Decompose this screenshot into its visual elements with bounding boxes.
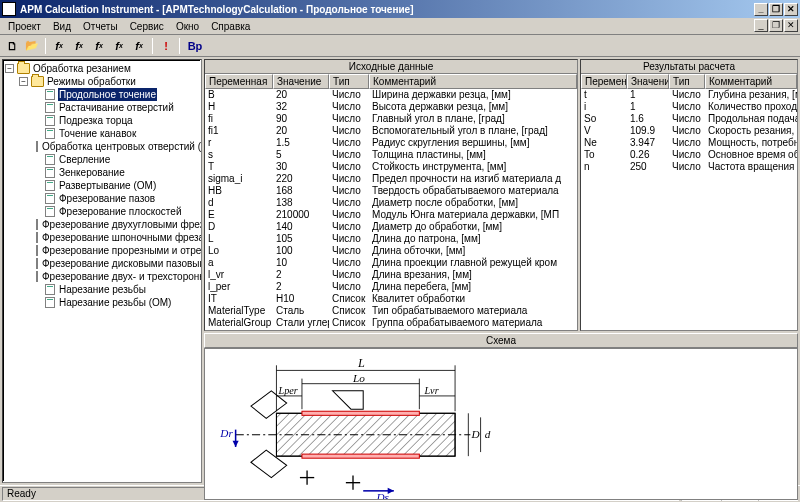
scheme-panel: Схема (204, 333, 798, 500)
input-row[interactable]: l_per2ЧислоДлина перебега, [мм] (205, 281, 577, 293)
input-row[interactable]: L105ЧислоДлина до патрона, [мм] (205, 233, 577, 245)
col-comment[interactable]: Комментарий (369, 74, 577, 89)
tree-item[interactable]: Фрезерование двух- и трехсторонними фрез… (5, 270, 199, 283)
tree-item[interactable]: Подрезка торца (5, 114, 199, 127)
tool-fx2[interactable]: fx (70, 37, 88, 55)
col-variable[interactable]: Переменная (205, 74, 273, 89)
tree-item[interactable]: Фрезерование прорезными и отрезными фрез… (5, 244, 199, 257)
scheme-title: Схема (204, 333, 798, 348)
tree-item[interactable]: Фрезерование плоскостей (5, 205, 199, 218)
tool-warning[interactable]: ! (157, 37, 175, 55)
tree-item[interactable]: Фрезерование дисковыми пазовыми фрезами … (5, 257, 199, 270)
menu-reports[interactable]: Отчеты (77, 20, 124, 33)
result-row[interactable]: Ne3.947ЧислоМощность, потребная на резан… (581, 137, 797, 149)
tree-item[interactable]: Зенкерование (5, 166, 199, 179)
tree-item[interactable]: Продольное точение (5, 88, 199, 101)
maximize-button[interactable]: ❐ (769, 3, 783, 16)
close-button[interactable]: ✕ (784, 3, 798, 16)
tree-item[interactable]: Фрезерование шпоночными фрезами (ОМ) (5, 231, 199, 244)
toolbar-separator (45, 38, 46, 54)
tool-return[interactable]: Вр (184, 37, 206, 55)
input-row[interactable]: l_vr2ЧислоДлина врезания, [мм] (205, 269, 577, 281)
tree-item[interactable]: Сверление (5, 153, 199, 166)
menu-help[interactable]: Справка (205, 20, 256, 33)
input-row[interactable]: E210000ЧислоМодуль Юнга материала держав… (205, 209, 577, 221)
input-grid-body[interactable]: B20ЧислоШирина державки резца, [мм]H32Чи… (205, 89, 577, 330)
app-icon (2, 2, 16, 16)
input-row[interactable]: MaterialGroupСтали углеродистСписокГрупп… (205, 317, 577, 329)
input-row[interactable]: HB168ЧислоТвердость обрабатываемого мате… (205, 185, 577, 197)
result-grid-body[interactable]: t1ЧислоГлубина резания, [мм]i1ЧислоКолич… (581, 89, 797, 330)
input-row[interactable]: a10ЧислоДлина проекции главной режущей к… (205, 257, 577, 269)
col-type[interactable]: Тип (329, 74, 369, 89)
toolbar-separator (179, 38, 180, 54)
tool-fx1[interactable]: fx (50, 37, 68, 55)
col-comment[interactable]: Комментарий (705, 74, 797, 89)
input-row[interactable]: fi120ЧислоВспомогательный угол в плане, … (205, 125, 577, 137)
tool-fx5[interactable]: fx (130, 37, 148, 55)
tree-item[interactable]: Растачивание отверстий (5, 101, 199, 114)
tree-group[interactable]: −Режимы обработки (5, 75, 199, 88)
input-row[interactable]: Lo100ЧислоДлина обточки, [мм] (205, 245, 577, 257)
menu-bar: Проект Вид Отчеты Сервис Окно Справка _ … (0, 18, 800, 35)
input-row[interactable]: B20ЧислоШирина державки резца, [мм] (205, 89, 577, 101)
toolbar-separator (152, 38, 153, 54)
result-row[interactable]: V109.9ЧислоСкорость резания, [м/мин] (581, 125, 797, 137)
label-lper: Lper (277, 385, 297, 396)
tree-item[interactable]: Нарезание резьбы (5, 283, 199, 296)
menu-view[interactable]: Вид (47, 20, 77, 33)
label-d: d (485, 428, 491, 440)
mdi-close-button[interactable]: ✕ (784, 19, 798, 32)
col-value[interactable]: Значение (627, 74, 669, 89)
tool-open[interactable]: 📂 (23, 37, 41, 55)
tree-item[interactable]: Обработка центровых отверстий (ОМ) (5, 140, 199, 153)
label-L: L (357, 356, 365, 370)
input-row[interactable]: sigma_i220ЧислоПредел прочности на изгиб… (205, 173, 577, 185)
menu-service[interactable]: Сервис (124, 20, 170, 33)
col-type[interactable]: Тип (669, 74, 705, 89)
label-D: D (470, 428, 479, 440)
minimize-button[interactable]: _ (754, 3, 768, 16)
tool-fx3[interactable]: fx (90, 37, 108, 55)
input-row[interactable]: T30ЧислоСтойкость инструмента, [мм] (205, 161, 577, 173)
result-headers: Переменная Значение Тип Комментарий (581, 74, 797, 89)
tree-item[interactable]: Развертывание (ОМ) (5, 179, 199, 192)
tool-new[interactable]: 🗋 (3, 37, 21, 55)
input-row[interactable]: d138ЧислоДиаметр после обработки, [мм] (205, 197, 577, 209)
tree-body[interactable]: −Обработка резанием−Режимы обработкиПрод… (3, 60, 201, 482)
result-data-panel: Результаты расчета Переменная Значение Т… (580, 59, 798, 331)
tree-item[interactable]: Нарезание резьбы (ОМ) (5, 296, 199, 309)
result-row[interactable]: To0.26ЧислоОсновное время обработки, [ми… (581, 149, 797, 161)
mdi-restore-button[interactable]: ❐ (769, 19, 783, 32)
mdi-minimize-button[interactable]: _ (754, 19, 768, 32)
input-row[interactable]: FixationMethodВ патронеСписокСпособ закр… (205, 329, 577, 330)
col-value[interactable]: Значение (273, 74, 329, 89)
result-title: Результаты расчета (581, 60, 797, 74)
menu-window[interactable]: Окно (170, 20, 205, 33)
tool-fx4[interactable]: fx (110, 37, 128, 55)
label-Lo: Lo (352, 372, 365, 384)
tree-item[interactable]: Фрезерование пазов (5, 192, 199, 205)
input-row[interactable]: ITH10СписокКвалитет обработки (205, 293, 577, 305)
result-row[interactable]: t1ЧислоГлубина резания, [мм] (581, 89, 797, 101)
input-row[interactable]: D140ЧислоДиаметр до обработки, [мм] (205, 221, 577, 233)
result-row[interactable]: n250ЧислоЧастота вращения шпинделя, [об/… (581, 161, 797, 173)
label-Ds: Ds (375, 491, 389, 499)
input-row[interactable]: fi90ЧислоГлавный угол в плане, [град] (205, 113, 577, 125)
tree-item[interactable]: Фрезерование двухугловыми фрезами (ОМ) (5, 218, 199, 231)
workspace: −Обработка резанием−Режимы обработкиПрод… (0, 57, 800, 485)
svg-rect-3 (302, 454, 419, 458)
window-titlebar: APM Calculation Instrument - [APMTechnol… (0, 0, 800, 18)
input-row[interactable]: MaterialTypeСтальСписокТип обрабатываемо… (205, 305, 577, 317)
label-lvr: Lvr (423, 385, 438, 396)
input-row[interactable]: s5ЧислоТолщина пластины, [мм] (205, 149, 577, 161)
col-variable[interactable]: Переменная (581, 74, 627, 89)
menu-project[interactable]: Проект (2, 20, 47, 33)
tree-item[interactable]: Точение канавок (5, 127, 199, 140)
result-row[interactable]: So1.6ЧислоПродольная подача, [мм/об] (581, 113, 797, 125)
input-row[interactable]: r1.5ЧислоРадиус скругления вершины, [мм] (205, 137, 577, 149)
input-row[interactable]: H32ЧислоВысота державки резца, [мм] (205, 101, 577, 113)
label-Dr: Dr (219, 427, 233, 439)
input-title: Исходные данные (205, 60, 577, 74)
result-row[interactable]: i1ЧислоКоличество проходов (581, 101, 797, 113)
